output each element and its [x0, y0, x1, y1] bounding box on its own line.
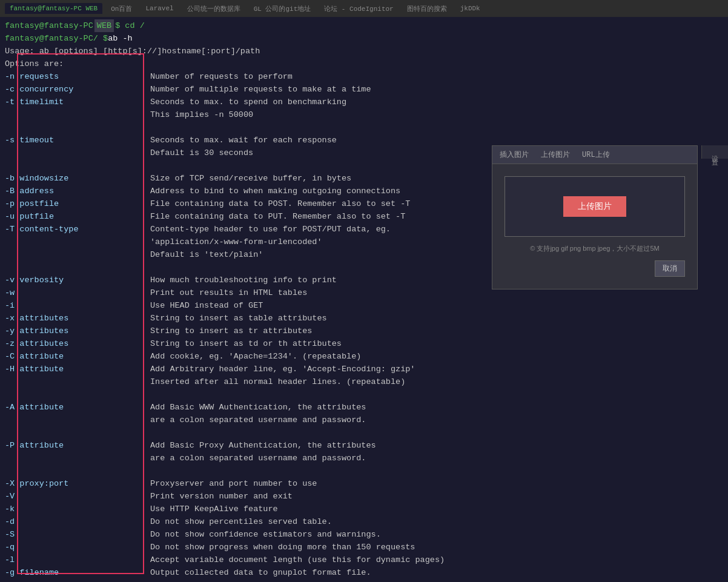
option-desc-36: Do not show confidence estimators and wa… [150, 528, 723, 541]
option-desc-26: Add Basic WWW Authentication, the attrib… [150, 401, 723, 414]
option-flag-19: -x attributes [5, 312, 150, 325]
upload-hint: © 支持jpg gif png bmp jpeg，大小不超过5M [505, 244, 685, 253]
option-line-0: -n requestsNumber of requests to perform [5, 70, 723, 83]
option-line-36: -SDo not show confidence estimators and … [5, 528, 723, 541]
option-flag-5: -s timeout [5, 134, 150, 147]
option-flag-13 [5, 236, 150, 248]
tab-database[interactable]: 公司统一的数据库 [182, 2, 245, 15]
option-desc-30: are a colon separated username and passw… [150, 452, 723, 465]
option-flag-16: -v verbosity [5, 274, 150, 286]
option-line-3: This implies -n 50000 [5, 108, 723, 121]
option-line-35: -dDo not show percentiles served table. [5, 515, 723, 528]
insert-image-tab[interactable]: 插入图片 [497, 148, 531, 161]
option-desc-5: Seconds to max. wait for each response [150, 134, 723, 147]
option-flag-17: -w [5, 286, 150, 299]
option-flag-31 [5, 465, 150, 477]
option-flag-23: -H attribute [5, 363, 150, 375]
url-upload-tab[interactable]: URL上传 [580, 148, 612, 161]
option-line-32: -X proxy:portProxyserver and port number… [5, 477, 723, 490]
option-flag-29: -P attribute [5, 439, 150, 452]
options-header: Options are: [5, 58, 723, 70]
option-flag-38: -l [5, 554, 150, 566]
option-desc-34: Use HTTP KeepAlive feature [150, 503, 723, 515]
tab-on-baishou[interactable]: On百首 [106, 2, 137, 15]
option-line-30: are a colon separated username and passw… [5, 452, 723, 465]
option-flag-6 [5, 147, 150, 159]
command-text: ab -h [108, 32, 133, 45]
option-desc-37: Do not show progress when doing more tha… [150, 541, 723, 554]
option-flag-11: -u putfile [5, 210, 150, 223]
prompt-line-2: fantasy@fantasy-PC / $ ab -h [5, 32, 723, 45]
tab-active[interactable]: fantasy@fantasy-PC WEB [5, 3, 102, 14]
upload-big-button[interactable]: 上传图片 [563, 196, 626, 217]
option-line-5: -s timeoutSeconds to max. wait for each … [5, 134, 723, 147]
option-desc-25 [150, 388, 723, 401]
option-flag-25 [5, 388, 150, 401]
option-flag-37: -q [5, 541, 150, 554]
option-flag-22: -C attribute [5, 350, 150, 363]
tab-search[interactable]: 图特百的搜索 [402, 2, 452, 15]
cancel-button[interactable]: 取消 [655, 260, 685, 277]
option-flag-27 [5, 414, 150, 426]
web-badge: WEB [94, 19, 114, 32]
option-desc-24: Inserted after all normal header lines. … [150, 375, 723, 388]
option-line-34: -kUse HTTP KeepAlive feature [5, 503, 723, 515]
option-line-1: -c concurrencyNumber of multiple request… [5, 83, 723, 96]
option-line-22: -C attributeAdd cookie, eg. 'Apache=1234… [5, 350, 723, 363]
option-desc-3: This implies -n 50000 [150, 108, 723, 121]
user-host-1: fantasy@fantasy-PC [5, 19, 93, 32]
tab-jkddk[interactable]: jkDDk [455, 3, 485, 14]
option-flag-18: -i [5, 299, 150, 312]
option-flag-32: -X proxy:port [5, 477, 150, 490]
option-desc-22: Add cookie, eg. 'Apache=1234'. (repeatab… [150, 350, 723, 363]
upload-dropzone[interactable]: 上传图片 [505, 176, 685, 237]
usage-line: Usage: ab [options] [http[s]://]hostname… [5, 45, 723, 58]
tab-laravel[interactable]: Laravel [141, 3, 178, 14]
option-line-20: -y attributesString to insert as tr attr… [5, 325, 723, 337]
option-line-40: -e filenameOutput CSV file with percenta… [5, 579, 723, 582]
tab-git[interactable]: GL 公司的git地址 [249, 2, 316, 15]
option-flag-9: -B address [5, 185, 150, 197]
option-desc-33: Print version number and exit [150, 490, 723, 503]
option-desc-39: Output collected data to gnuplot format … [150, 566, 723, 579]
option-desc-20: String to insert as tr attributes [150, 325, 723, 337]
user-host-2: fantasy@fantasy-PC [5, 32, 93, 45]
option-flag-8: -b windowsize [5, 172, 150, 185]
terminal-content: fantasy@fantasy-PC WEB $ cd / fantasy@fa… [0, 17, 728, 582]
cancel-row: 取消 [505, 260, 685, 277]
option-flag-21: -z attributes [5, 337, 150, 350]
option-flag-39: -g filename [5, 566, 150, 579]
option-line-25 [5, 388, 723, 401]
option-desc-0: Number of requests to perform [150, 70, 723, 83]
option-line-28 [5, 426, 723, 439]
option-desc-32: Proxyserver and port number to use [150, 477, 723, 490]
option-line-29: -P attributeAdd Basic Proxy Authenticati… [5, 439, 723, 452]
option-line-38: -lAccept variable document length (use t… [5, 554, 723, 566]
option-flag-36: -S [5, 528, 150, 541]
option-desc-21: String to insert as td or th attributes [150, 337, 723, 350]
option-line-4 [5, 121, 723, 134]
option-desc-4 [150, 121, 723, 134]
option-line-2: -t timelimitSeconds to max. to spend on … [5, 96, 723, 108]
option-flag-4 [5, 121, 150, 134]
terminal-window: fantasy@fantasy-PC WEB On百首 Laravel 公司统一… [0, 0, 728, 582]
tab-codeignitor[interactable]: 论坛 - CodeIgnitor [319, 2, 398, 15]
option-flag-28 [5, 426, 150, 439]
upload-area: 上传图片 © 支持jpg gif png bmp jpeg，大小不超过5M 取消 [492, 164, 697, 289]
option-desc-38: Accept variable document length (use thi… [150, 554, 723, 566]
option-desc-35: Do not show percentiles served table. [150, 515, 723, 528]
option-desc-28 [150, 426, 723, 439]
option-line-24: Inserted after all normal header lines. … [5, 375, 723, 388]
option-flag-26: -A attribute [5, 401, 150, 414]
option-desc-23: Add Arbitrary header line, eg. 'Accept-E… [150, 363, 723, 375]
option-line-26: -A attributeAdd Basic WWW Authentication… [5, 401, 723, 414]
option-flag-2: -t timelimit [5, 96, 150, 108]
overlay-toolbar: 插入图片 上传图片 URL上传 [492, 146, 697, 164]
option-flag-7 [5, 159, 150, 172]
option-line-39: -g filenameOutput collected data to gnup… [5, 566, 723, 579]
upload-image-tab[interactable]: 上传图片 [538, 148, 572, 161]
upload-panel: 插入图片 上传图片 URL上传 上传图片 © 支持jpg gif png bmp… [492, 145, 698, 289]
right-sidebar: 设 置 [701, 145, 728, 159]
option-flag-30 [5, 452, 150, 465]
option-flag-14 [5, 248, 150, 261]
